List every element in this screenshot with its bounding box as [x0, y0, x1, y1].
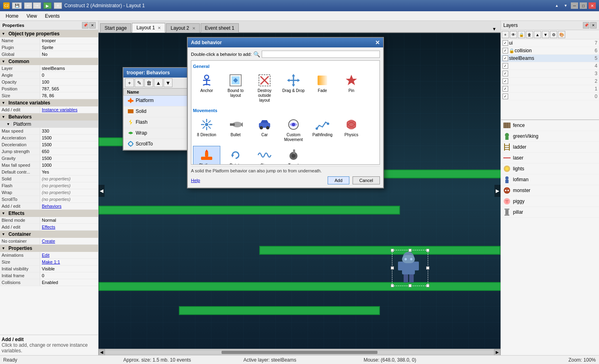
layer-eye-btn[interactable]: 👁	[510, 31, 517, 38]
redo-btn[interactable]: ↪	[33, 2, 41, 9]
layer-delete-btn[interactable]: 🗑	[526, 31, 533, 38]
layer-steelbeams[interactable]: ✓ steelBeams 5	[501, 55, 599, 62]
obj-monster[interactable]: monster	[501, 185, 599, 196]
add-behavior-close[interactable]: ✕	[375, 39, 380, 46]
beh-add-btn[interactable]: +	[125, 78, 134, 87]
cancel-behavior-btn[interactable]: Cancel	[353, 176, 380, 184]
behavior-fade[interactable]: Fade	[309, 71, 336, 105]
behavior-platform[interactable]: Platform	[193, 146, 220, 165]
behavior-bound[interactable]: Bound to layout	[222, 71, 249, 105]
canvas-left-arrow[interactable]: ◀	[98, 185, 105, 197]
behavior-anchor[interactable]: Anchor	[193, 71, 220, 105]
pin-icon[interactable]: 📌	[82, 22, 88, 29]
scroll-left-btn[interactable]: ◀	[98, 349, 105, 356]
layer-2-vis[interactable]: ✓	[503, 78, 508, 84]
tabs-dropdown[interactable]: ▼	[490, 26, 499, 32]
layer-4-vis[interactable]: ✓	[503, 63, 508, 69]
tab-layout1[interactable]: Layout 1 ✕	[132, 23, 165, 33]
layer-steel-vis[interactable]: ✓	[503, 55, 508, 61]
obj-ladder[interactable]: ladder	[501, 142, 599, 153]
layer-2[interactable]: ✓ 2	[501, 78, 599, 85]
behavior-car[interactable]: Car	[251, 115, 278, 144]
behavior-physics[interactable]: Physics	[338, 115, 365, 144]
layer-down-btn[interactable]: ▼	[542, 31, 549, 38]
obj-greenviking[interactable]: greenViking	[501, 131, 599, 142]
collapse-common[interactable]: ▼	[2, 59, 5, 63]
menu-events[interactable]: Events	[41, 12, 64, 20]
collapse-behaviors[interactable]: ▼	[2, 115, 5, 119]
layer-1[interactable]: ✓ 1	[501, 85, 599, 93]
h-scrollbar[interactable]: ◀ ▶	[98, 349, 501, 355]
obj-pillar[interactable]: pillar	[501, 207, 599, 218]
behavior-8dir[interactable]: 8 Direction	[193, 115, 220, 144]
layer-collision[interactable]: ✓ 🔒 collision 6	[501, 47, 599, 55]
layer-collision-vis[interactable]: ✓	[503, 48, 508, 53]
undo-btn[interactable]: ↩	[24, 2, 32, 9]
run-btn[interactable]: ▶	[43, 2, 51, 9]
obj-lofiman[interactable]: lofiman	[501, 174, 599, 185]
help-link[interactable]: Help	[191, 178, 200, 183]
collapse-props[interactable]: ▼	[2, 246, 5, 250]
layer-ui[interactable]: ✓ ui 7	[501, 39, 599, 47]
close-panel-icon[interactable]: ✕	[89, 22, 96, 29]
layer-0[interactable]: ✓ 0	[501, 93, 599, 100]
layer-3-vis[interactable]: ✓	[503, 71, 508, 76]
search-input[interactable]	[262, 51, 380, 58]
obj-lights[interactable]: lights	[501, 164, 599, 174]
animations-link[interactable]: Edit	[40, 252, 98, 258]
behavior-pathfinding[interactable]: Pathfinding	[309, 115, 336, 144]
tab-layout2-close[interactable]: ✕	[192, 26, 195, 31]
arrow-down-btn[interactable]: ▼	[562, 2, 569, 9]
behavior-rotate[interactable]: Rotate	[222, 146, 249, 165]
behavior-bullet[interactable]: Bullet	[222, 115, 249, 144]
behavior-pin[interactable]: Pin	[338, 71, 365, 105]
obj-laser[interactable]: laser	[501, 153, 599, 164]
collapse-arrow[interactable]: ▼	[2, 32, 5, 36]
collapse-ivars[interactable]: ▼	[2, 101, 5, 105]
scrollbar-track[interactable]	[105, 351, 494, 354]
layer-settings-btn[interactable]: ⚙	[550, 31, 557, 38]
beh-delete-btn[interactable]: 🗑	[144, 78, 153, 87]
collapse-platform[interactable]: ▼	[6, 122, 10, 126]
layer-0-vis[interactable]: ✓	[503, 94, 508, 99]
layer-lock-btn[interactable]: 🔒	[518, 31, 525, 38]
behavior-sine[interactable]: Sine	[251, 146, 278, 165]
layer-up-btn[interactable]: ▲	[534, 31, 541, 38]
close-btn[interactable]: ✕	[589, 2, 596, 9]
minimize-btn[interactable]: ─	[571, 2, 578, 9]
layers-close-btn[interactable]: ✕	[590, 22, 597, 29]
tab-event-sheet[interactable]: Event sheet 1	[201, 23, 239, 33]
maximize-btn[interactable]: □	[580, 2, 587, 9]
obj-piggy[interactable]: piggy	[501, 196, 599, 207]
instance-vars-link[interactable]: Instance variables	[40, 106, 98, 113]
layer-add-btn[interactable]: +	[502, 31, 509, 38]
make-1-1-link[interactable]: Make 1:1	[40, 259, 98, 265]
behavior-list[interactable]: General Anchor	[191, 60, 380, 165]
menu-home[interactable]: Home	[2, 12, 23, 20]
tab-layout1-close[interactable]: ✕	[158, 26, 161, 30]
canvas-right-arrow[interactable]: ▶	[494, 185, 501, 197]
behavior-turret[interactable]: Turret	[280, 146, 307, 165]
collapse-effects[interactable]: ▼	[2, 211, 5, 215]
collapse-container[interactable]: ▼	[2, 232, 5, 236]
layer-ui-vis[interactable]: ✓	[503, 40, 508, 46]
scroll-right-btn[interactable]: ▶	[494, 349, 501, 356]
tab-layout2[interactable]: Layout 2 ✕	[166, 23, 199, 33]
add-behavior-btn[interactable]: Add	[328, 176, 349, 184]
beh-edit-btn[interactable]: ✎	[135, 78, 144, 87]
layer-3[interactable]: ✓ 3	[501, 70, 599, 78]
layers-pin-btn[interactable]: 📌	[583, 22, 589, 29]
layer-4[interactable]: ✓ 4	[501, 62, 599, 70]
layer-color-btn[interactable]: 🎨	[558, 31, 565, 38]
arrow-up-btn[interactable]: ▲	[553, 2, 560, 9]
layer-1-vis[interactable]: ✓	[503, 86, 508, 92]
behavior-destroy[interactable]: Destroy outside layout	[251, 71, 278, 105]
behavior-custom[interactable]: Custom Movement	[280, 115, 307, 144]
beh-down-btn[interactable]: ▼	[164, 78, 172, 87]
menu-view[interactable]: View	[23, 12, 41, 20]
behaviors-link[interactable]: Behaviors	[40, 203, 98, 209]
create-link[interactable]: Create	[40, 238, 98, 244]
behavior-drag[interactable]: Drag & Drop	[280, 71, 307, 105]
obj-fence[interactable]: fence	[501, 120, 599, 131]
effects-link[interactable]: Effects	[40, 224, 98, 230]
